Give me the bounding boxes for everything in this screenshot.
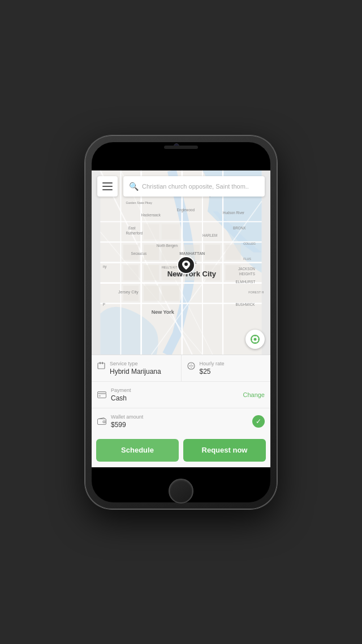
svg-text:North Bergen: North Bergen	[157, 244, 178, 248]
svg-rect-18	[144, 285, 159, 301]
hourly-rate-label: Hourly rate	[200, 361, 225, 366]
menu-icon-line2	[102, 186, 113, 187]
svg-rect-71	[100, 362, 101, 364]
service-type-value: Hybrid Marijuana	[110, 368, 161, 376]
menu-icon-line1	[102, 182, 113, 184]
payment-label: Payment	[111, 387, 238, 393]
svg-text:BRONX: BRONX	[233, 225, 246, 229]
service-rate-row: Service type Hybrid Marijuana	[92, 355, 270, 382]
svg-text:ELMHURST: ELMHURST	[236, 279, 256, 283]
location-pin	[177, 256, 195, 276]
svg-rect-19	[162, 285, 180, 301]
service-icon	[97, 362, 105, 372]
menu-icon-line3	[102, 189, 113, 190]
svg-rect-70	[98, 363, 105, 369]
screen: Yonkers River Edge Tenafly Mt V Garden S…	[92, 170, 270, 467]
service-type-cell: Service type Hybrid Marijuana	[92, 355, 182, 381]
phone-frame: Yonkers River Edge Tenafly Mt V Garden S…	[85, 135, 277, 509]
hourly-rate-value: $25	[200, 368, 225, 376]
payment-icon	[97, 391, 106, 400]
svg-text:P: P	[103, 302, 105, 306]
svg-text:Hudson River: Hudson River	[223, 210, 244, 214]
wallet-value: $599	[111, 421, 248, 429]
svg-text:FOREST H: FOREST H	[248, 290, 264, 293]
svg-text:Rutherford: Rutherford	[126, 231, 143, 234]
svg-text:COLLEG: COLLEG	[243, 241, 256, 245]
request-button[interactable]: Request now	[183, 439, 266, 462]
svg-rect-77	[98, 391, 106, 398]
hourly-rate-cell: Hourly rate $25	[182, 355, 271, 381]
svg-rect-72	[102, 362, 103, 364]
svg-rect-79	[98, 395, 101, 396]
svg-text:HARLEM: HARLEM	[202, 233, 217, 237]
search-bar[interactable]: 🔍 Christian church opposite, Saint thom.…	[123, 176, 265, 197]
search-input[interactable]: Christian church opposite, Saint thom..	[142, 183, 249, 190]
search-icon: 🔍	[129, 182, 139, 191]
schedule-button[interactable]: Schedule	[96, 439, 179, 462]
map-area: Yonkers River Edge Tenafly Mt V Garden S…	[92, 170, 270, 355]
phone-inner: Yonkers River Edge Tenafly Mt V Garden S…	[92, 142, 270, 502]
svg-text:Hackensack: Hackensack	[141, 213, 161, 217]
change-button[interactable]: Change	[243, 391, 265, 398]
svg-rect-31	[162, 224, 180, 239]
wallet-icon	[97, 417, 106, 427]
menu-button[interactable]	[97, 176, 118, 197]
svg-text:JACKSON: JACKSON	[238, 267, 255, 271]
svg-rect-78	[98, 393, 106, 394]
svg-point-65	[254, 338, 257, 340]
svg-rect-29	[226, 244, 241, 259]
svg-rect-23	[123, 265, 139, 280]
service-type-label: Service type	[110, 361, 161, 366]
bottom-panel: Service type Hybrid Marijuana	[92, 355, 270, 467]
wallet-row: Wallet amount $599 ✓	[92, 408, 270, 434]
svg-point-63	[184, 262, 188, 266]
hourly-rate-content: Hourly rate $25	[200, 361, 225, 376]
svg-text:Garden State Pkwy: Garden State Pkwy	[126, 201, 153, 204]
svg-point-82	[104, 421, 105, 422]
locate-button[interactable]	[245, 330, 265, 349]
wallet-label: Wallet amount	[111, 414, 248, 420]
svg-text:Englewood: Englewood	[177, 208, 195, 212]
payment-row: Payment Cash Change	[92, 382, 270, 408]
wallet-info: Wallet amount $599	[111, 414, 248, 429]
svg-text:Secaucus: Secaucus	[131, 251, 147, 255]
svg-rect-30	[144, 224, 159, 239]
home-button[interactable]	[169, 479, 193, 504]
svg-text:MANHATTAN: MANHATTAN	[179, 250, 205, 255]
svg-text:East: East	[128, 225, 136, 229]
svg-rect-28	[205, 244, 220, 259]
action-buttons: Schedule Request now	[92, 434, 270, 467]
svg-rect-15	[144, 265, 159, 280]
svg-text:New York: New York	[152, 309, 175, 314]
payment-value: Cash	[111, 394, 238, 402]
locate-icon	[250, 334, 260, 344]
svg-text:FLUS: FLUS	[243, 257, 251, 260]
wallet-check-icon: ✓	[252, 415, 265, 428]
service-type-content: Service type Hybrid Marijuana	[110, 361, 161, 376]
svg-text:Jersey City: Jersey City	[118, 289, 139, 294]
svg-text:HEIGHTS: HEIGHTS	[239, 272, 255, 276]
rate-icon	[187, 362, 195, 372]
svg-text:ny: ny	[103, 264, 107, 268]
svg-text:BUSHWICK: BUSHWICK	[236, 302, 256, 306]
svg-rect-25	[205, 265, 220, 280]
payment-info: Payment Cash	[111, 387, 238, 402]
speaker	[164, 146, 198, 149]
